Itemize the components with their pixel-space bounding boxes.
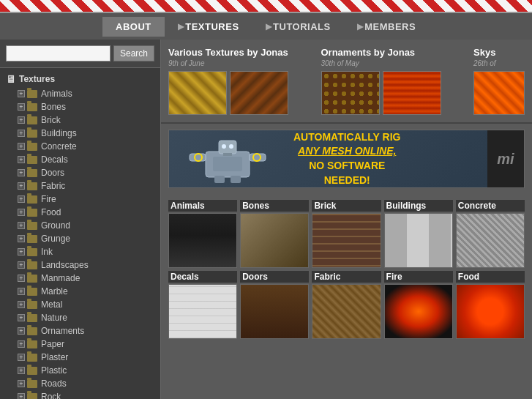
sidebar-item-metal[interactable]: + Metal [0, 298, 160, 311]
main-layout: Search 🖥 Textures + Animals + Bones + Br… [0, 40, 532, 399]
grid-cell-concrete[interactable]: Concrete [456, 200, 525, 268]
sidebar-item-nature[interactable]: + Nature [0, 311, 160, 324]
expand-icon[interactable]: + [18, 116, 25, 124]
sidebar-item-plastic[interactable]: + Plastic [0, 364, 160, 377]
grid-cell-brick[interactable]: Brick [312, 200, 381, 268]
expand-icon[interactable]: + [18, 90, 25, 97]
expand-icon[interactable]: + [18, 195, 25, 203]
folder-icon [27, 288, 37, 296]
featured-thumb-2b[interactable] [383, 71, 441, 115]
folder-icon [27, 367, 37, 375]
grid-cell-food[interactable]: Food [456, 271, 525, 339]
banner-text: AUTOMATICALLY RIG ANY MESH ONLINE, NO SO… [286, 130, 408, 188]
sidebar-item-concrete[interactable]: + Concrete [0, 140, 160, 153]
grid-thumb-fabric [312, 284, 381, 339]
sidebar-item-ink[interactable]: + Ink [0, 245, 160, 258]
nav-tutorials[interactable]: ▶TUTORIALS [252, 17, 344, 37]
expand-icon[interactable]: + [18, 275, 25, 282]
tree-root-textures: 🖥 Textures [0, 71, 160, 87]
sidebar-item-bones[interactable]: + Bones [0, 100, 160, 113]
sidebar-item-grunge[interactable]: + Grunge [0, 232, 160, 245]
grid-cell-animals[interactable]: Animals [168, 200, 237, 268]
grid-cell-decals[interactable]: Decals [168, 271, 237, 339]
expand-icon[interactable]: + [18, 340, 25, 348]
expand-icon[interactable]: + [18, 222, 25, 229]
featured-item-1[interactable]: Various Textures by Jonas 9th of June [168, 47, 312, 115]
featured-thumb-1a[interactable] [168, 71, 227, 115]
featured-thumb-3a[interactable] [473, 71, 525, 115]
expand-icon[interactable]: + [18, 288, 25, 295]
nav-members[interactable]: ▶MEMBERS [344, 17, 429, 37]
grid-cell-bones[interactable]: Bones [240, 200, 309, 268]
grid-label-buildings: Buildings [384, 200, 453, 212]
expand-icon[interactable]: + [18, 354, 25, 361]
svg-rect-4 [223, 153, 232, 156]
folder-icon [27, 169, 37, 177]
folder-icon [27, 248, 37, 256]
sidebar-item-paper[interactable]: + Paper [0, 338, 160, 351]
expand-icon[interactable]: + [18, 169, 25, 176]
grid-cell-buildings[interactable]: Buildings [384, 200, 453, 268]
featured-item-3[interactable]: Skys 26th of [473, 47, 525, 115]
sidebar-item-brick[interactable]: + Brick [0, 113, 160, 127]
search-button[interactable]: Search [113, 45, 154, 61]
nav-about[interactable]: ABOUT [102, 17, 165, 37]
sidebar-item-ground[interactable]: + Ground [0, 219, 160, 232]
folder-icon [27, 195, 37, 204]
expand-icon[interactable]: + [18, 367, 25, 374]
sidebar-item-rock[interactable]: + Rock [0, 390, 160, 399]
expand-icon[interactable]: + [18, 393, 25, 399]
grid-cell-doors[interactable]: Doors [240, 271, 309, 339]
grid-cell-fabric[interactable]: Fabric [312, 271, 381, 339]
folder-icon [27, 301, 37, 309]
expand-icon[interactable]: + [18, 235, 25, 242]
expand-icon[interactable]: + [18, 248, 25, 256]
nav-tutorials-arrow: ▶ [266, 22, 272, 31]
svg-point-3 [229, 144, 233, 149]
sidebar-item-plaster[interactable]: + Plaster [0, 351, 160, 364]
sidebar-item-food[interactable]: + Food [0, 206, 160, 219]
expand-icon[interactable]: + [18, 156, 25, 163]
featured-thumb-1b[interactable] [230, 71, 288, 115]
featured-item-2[interactable]: Ornaments by Jonas 30th of May [321, 47, 465, 115]
sidebar-item-roads[interactable]: + Roads [0, 377, 160, 390]
featured-thumbs-3 [473, 71, 525, 115]
folder-icon [27, 327, 37, 335]
sidebar-item-marble[interactable]: + Marble [0, 285, 160, 298]
featured-thumb-2a[interactable] [321, 71, 380, 115]
featured-items: Various Textures by Jonas 9th of June Or… [168, 47, 525, 115]
folder-icon [27, 209, 37, 217]
sidebar-item-ornaments[interactable]: + Ornaments [0, 324, 160, 338]
expand-icon[interactable]: + [18, 380, 25, 387]
sidebar-item-manmade[interactable]: + Manmade [0, 272, 160, 285]
sidebar: Search 🖥 Textures + Animals + Bones + Br… [0, 40, 161, 399]
expand-icon[interactable]: + [18, 301, 25, 308]
featured-thumbs-1 [168, 71, 312, 115]
sidebar-item-fire[interactable]: + Fire [0, 193, 160, 206]
sidebar-item-fabric[interactable]: + Fabric [0, 179, 160, 193]
nav-textures[interactable]: ▶TEXTURES [165, 17, 252, 37]
featured-thumbs-2 [321, 71, 465, 115]
sidebar-item-landscapes[interactable]: + Landscapes [0, 258, 160, 272]
expand-icon[interactable]: + [18, 261, 25, 269]
grid-row-2: Decals Doors Fabric Fire Food [168, 271, 525, 339]
sidebar-item-decals[interactable]: + Decals [0, 153, 160, 166]
expand-icon[interactable]: + [18, 103, 25, 111]
expand-icon[interactable]: + [18, 209, 25, 216]
sidebar-item-animals[interactable]: + Animals [0, 87, 160, 100]
banner-logo[interactable]: mi [487, 130, 524, 188]
folder-icon [27, 380, 37, 388]
grid-cell-fire[interactable]: Fire [384, 271, 453, 339]
banner-emphasis: ANY MESH ONLINE, [298, 145, 396, 157]
sidebar-item-buildings[interactable]: + Buildings [0, 127, 160, 140]
expand-icon[interactable]: + [18, 314, 25, 321]
tree-root-icon: 🖥 [6, 73, 16, 85]
expand-icon[interactable]: + [18, 182, 25, 190]
search-input[interactable] [6, 45, 110, 61]
expand-icon[interactable]: + [18, 143, 25, 150]
sidebar-item-doors[interactable]: + Doors [0, 166, 160, 179]
banner-ad[interactable]: AUTOMATICALLY RIG ANY MESH ONLINE, NO SO… [168, 130, 525, 188]
expand-icon[interactable]: + [18, 130, 25, 137]
grid-thumb-brick [312, 213, 381, 268]
expand-icon[interactable]: + [18, 327, 25, 335]
